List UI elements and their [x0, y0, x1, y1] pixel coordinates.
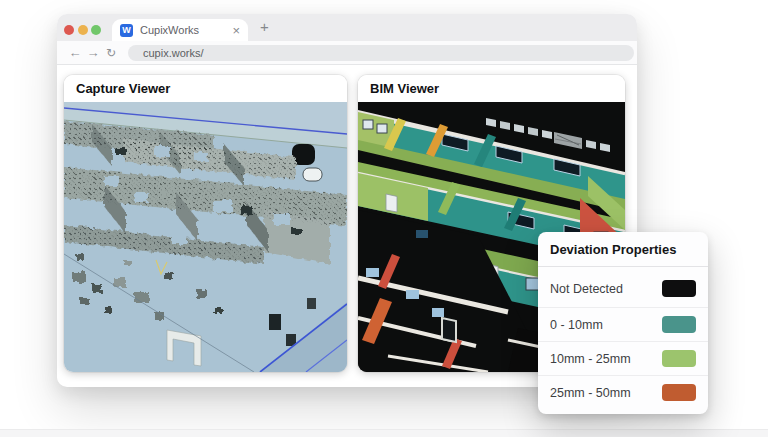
color-swatch — [662, 316, 696, 333]
tab-close-icon[interactable]: × — [232, 24, 240, 37]
capture-viewer-title: Capture Viewer — [64, 75, 347, 102]
address-bar[interactable]: cupix.works/ — [128, 45, 634, 61]
legend-label: 10mm - 25mm — [550, 352, 631, 366]
legend-row-10-25mm: 10mm - 25mm — [538, 341, 708, 375]
window-controls — [64, 25, 101, 35]
point-cloud-view[interactable] — [64, 102, 347, 372]
new-tab-icon[interactable]: + — [260, 18, 269, 35]
close-window-button[interactable] — [64, 25, 74, 35]
reload-icon[interactable]: ↻ — [102, 46, 120, 60]
legend-label: Not Detected — [550, 282, 623, 296]
page-section-divider — [0, 429, 768, 437]
browser-toolbar: ← → ↻ cupix.works/ — [57, 41, 637, 65]
legend-label: 0 - 10mm — [550, 318, 603, 332]
capture-viewer-panel: Capture Viewer — [64, 75, 347, 372]
legend-row-0-10mm: 0 - 10mm — [538, 307, 708, 341]
deviation-properties-title: Deviation Properties — [538, 232, 708, 267]
zoom-window-button[interactable] — [91, 25, 101, 35]
browser-tab-strip: W CupixWorks × + — [57, 14, 637, 41]
back-icon[interactable]: ← — [66, 45, 84, 60]
color-swatch — [662, 384, 696, 401]
legend-label: 25mm - 50mm — [550, 386, 631, 400]
color-swatch — [662, 350, 696, 367]
tab-title: CupixWorks — [140, 24, 232, 36]
deviation-properties-panel: Deviation Properties Not Detected 0 - 10… — [538, 232, 708, 414]
minimize-window-button[interactable] — [78, 25, 88, 35]
browser-tab-cupixworks[interactable]: W CupixWorks × — [112, 19, 248, 41]
forward-icon[interactable]: → — [84, 45, 102, 60]
page: W CupixWorks × + ← → ↻ cupix.works/ Capt… — [0, 0, 768, 437]
color-swatch — [662, 280, 696, 297]
bim-viewer-title: BIM Viewer — [358, 75, 625, 102]
cupixworks-favicon-icon: W — [120, 24, 133, 37]
legend-row-not-detected: Not Detected — [538, 267, 708, 307]
legend-row-25-50mm: 25mm - 50mm — [538, 375, 708, 409]
